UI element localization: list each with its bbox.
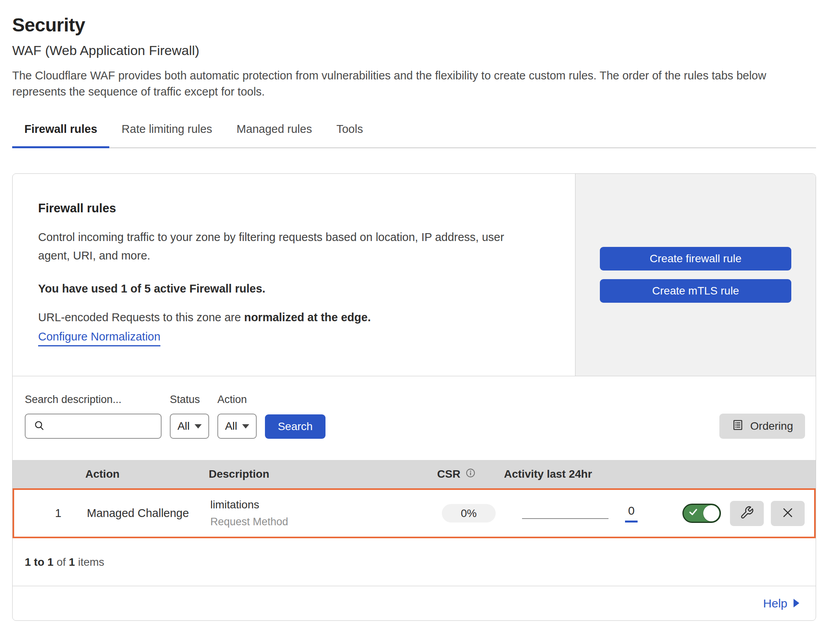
arrow-right-icon: [793, 597, 800, 610]
search-button[interactable]: Search: [265, 414, 325, 439]
info-icon[interactable]: [465, 467, 476, 481]
normalization-note: URL-encoded Requests to this zone are no…: [38, 311, 550, 324]
status-dropdown[interactable]: All: [170, 414, 209, 439]
rule-expression-summary: Request Method: [210, 516, 428, 528]
tab-firewall-rules[interactable]: Firewall rules: [12, 123, 109, 147]
usage-summary: You have used 1 of 5 active Firewall rul…: [38, 282, 550, 295]
edit-rule-button[interactable]: [730, 501, 764, 526]
column-activity: Activity last 24hr: [501, 468, 668, 480]
chevron-down-icon: [242, 424, 249, 429]
wrench-icon: [740, 506, 754, 521]
normalization-text: URL-encoded Requests to this zone are: [38, 311, 244, 324]
rule-controls: [666, 501, 814, 526]
filter-bar: Search description... Status All: [13, 376, 816, 460]
search-label: Search description...: [25, 394, 162, 406]
ordering-button-label: Ordering: [750, 420, 793, 432]
card-actions-panel: Create firewall rule Create mTLS rule: [575, 174, 816, 376]
search-input[interactable]: [25, 414, 162, 439]
column-csr: CSR: [430, 467, 501, 481]
security-waf-page: Security WAF (Web Application Firewall) …: [0, 0, 831, 621]
activity-count-value: 0: [628, 504, 635, 517]
pagination-range: 1 to 1: [25, 556, 53, 569]
rule-enabled-toggle[interactable]: [682, 504, 721, 523]
rule-description-cell: limitations Request Method: [199, 499, 428, 528]
page-subtitle: WAF (Web Application Firewall): [12, 43, 816, 58]
pagination-of: of: [57, 556, 66, 569]
create-firewall-rule-button[interactable]: Create firewall rule: [600, 247, 791, 270]
help-row: Help: [13, 586, 816, 620]
ordering-list-icon: [732, 419, 744, 434]
activity-count-underline: [625, 521, 638, 523]
rule-csr-cell: 0%: [428, 504, 499, 523]
rule-priority: 1: [14, 507, 75, 520]
pagination-total: 1: [69, 556, 75, 569]
action-dropdown-value: All: [225, 420, 237, 432]
rule-action: Managed Challenge: [75, 507, 199, 520]
create-mtls-rule-button[interactable]: Create mTLS rule: [600, 279, 791, 303]
column-action: Action: [74, 468, 197, 480]
firewall-rules-overview: Firewall rules Control incoming traffic …: [13, 174, 816, 376]
status-label: Status: [170, 394, 209, 406]
action-dropdown[interactable]: All: [217, 414, 257, 439]
csr-header-label: CSR: [437, 468, 460, 480]
normalization-bold: normalized at the edge.: [244, 311, 371, 324]
ordering-button[interactable]: Ordering: [719, 414, 805, 439]
csr-badge: 0%: [442, 504, 496, 523]
card-description: Control incoming traffic to your zone by…: [38, 228, 526, 265]
check-icon: [688, 507, 699, 520]
card-heading: Firewall rules: [38, 201, 550, 215]
search-icon: [33, 420, 45, 433]
pagination-summary: 1 to 1 of 1 items: [13, 538, 816, 586]
waf-tab-bar: Firewall rules Rate limiting rules Manag…: [12, 123, 816, 148]
activity-sparkline: [522, 518, 609, 519]
column-description: Description: [197, 468, 430, 480]
rule-description[interactable]: limitations: [210, 499, 428, 511]
help-link-label: Help: [763, 597, 787, 610]
help-link[interactable]: Help: [763, 597, 800, 610]
firewall-rules-table: Action Description CSR Activity last 24h…: [13, 460, 816, 538]
action-label: Action: [217, 394, 257, 406]
configure-normalization-link[interactable]: Configure Normalization: [38, 330, 160, 346]
toggle-knob: [703, 505, 719, 521]
firewall-rule-row[interactable]: 1 Managed Challenge limitations Request …: [13, 488, 816, 538]
search-filter-group: Search description...: [25, 394, 162, 439]
status-dropdown-value: All: [177, 420, 189, 432]
firewall-rules-info: Firewall rules Control incoming traffic …: [13, 174, 575, 376]
pagination-items-label: items: [78, 556, 104, 569]
table-header-row: Action Description CSR Activity last 24h…: [13, 460, 816, 488]
action-filter-group: Action All: [217, 394, 257, 439]
tab-tools[interactable]: Tools: [324, 123, 375, 147]
firewall-rules-card: Firewall rules Control incoming traffic …: [12, 173, 816, 621]
close-icon: [781, 506, 794, 521]
status-filter-group: Status All: [170, 394, 209, 439]
page-title: Security: [12, 14, 816, 36]
tab-rate-limiting-rules[interactable]: Rate limiting rules: [109, 123, 224, 147]
activity-count-link[interactable]: 0: [625, 504, 638, 523]
rule-activity-cell: 0: [499, 504, 666, 523]
chevron-down-icon: [195, 424, 202, 429]
page-description: The Cloudflare WAF provides both automat…: [12, 68, 798, 100]
tab-managed-rules[interactable]: Managed rules: [224, 123, 324, 147]
delete-rule-button[interactable]: [771, 501, 805, 526]
